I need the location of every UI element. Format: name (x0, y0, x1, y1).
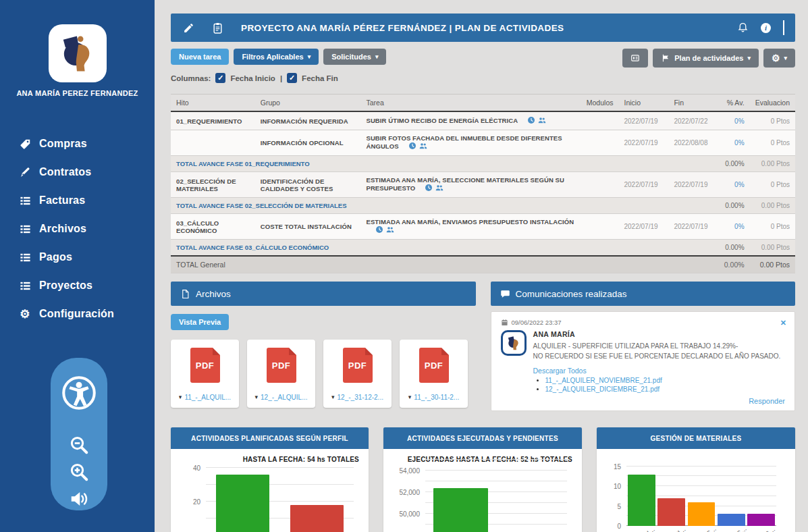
clock-icon[interactable] (408, 142, 416, 151)
y-tick-label: 5 (617, 502, 621, 510)
pdf-file-name[interactable]: 11_-_30-11-2... (414, 394, 459, 401)
sidebar-nav: ComprasContratosFacturasArchivosPagosPro… (0, 130, 155, 328)
total-avance: 0.00% (718, 256, 749, 273)
card-icon (630, 53, 640, 63)
download-all-link[interactable]: Descargar Todos (533, 367, 781, 375)
requests-button[interactable]: Solicitudes▾ (323, 49, 386, 65)
pdf-file-card[interactable]: PDF▾11_-_30-11-2... (400, 340, 468, 408)
pdf-file-card[interactable]: PDF▾11_-_ALQUIL... (171, 340, 239, 408)
chart-title: ACTIVIDADES PLANIFICADAS SEGÚN PERFIL (171, 427, 369, 449)
task-row: 02_SELECCIÓN DE MATERIALESIDENTIFICACIÓN… (171, 172, 795, 198)
users-icon[interactable] (435, 184, 443, 193)
col-grupo[interactable]: Grupo (255, 95, 361, 112)
col-hito[interactable]: Hito (171, 95, 255, 112)
cell-fin: 2022/07/22 (668, 111, 718, 130)
new-task-button[interactable]: Nueva tarea (171, 49, 229, 65)
sidebar-item-label: Facturas (39, 194, 85, 207)
page-title: PROYECTO ANA MARÍA PÉREZ FERNÁNDEZ | PLA… (241, 23, 564, 33)
edit-icon[interactable] (183, 22, 194, 34)
message-card: 09/06/2022 23:37 ✕ ANA MARÍA AL (491, 311, 796, 411)
bell-icon[interactable] (737, 21, 749, 35)
col-evaluacion[interactable]: Evaluacion (750, 95, 795, 112)
accessibility-icon[interactable] (61, 375, 97, 410)
bar-VALIDADAS (433, 488, 489, 532)
card-view-button[interactable] (622, 49, 648, 68)
user-name: ANA MARÍA PEREZ FERNANDEZ (0, 89, 155, 97)
plan-dropdown-button[interactable]: Plan de actividades▾ (653, 49, 759, 68)
sidebar-item-label: Contratos (39, 166, 91, 178)
total-label: TOTAL AVANCE FASE 02_SELECCIÓN DE MATERI… (171, 198, 718, 214)
zoom-in-icon[interactable] (69, 462, 89, 482)
message-author: ANA MARÍA (533, 330, 781, 338)
cell-modulos (581, 172, 619, 198)
col-inicio[interactable]: Inicio (618, 95, 668, 112)
sidebar-item-archivos[interactable]: Archivos (0, 215, 155, 243)
clock-icon[interactable] (375, 225, 383, 235)
col-avance[interactable]: % Av. (718, 95, 749, 112)
filters-button[interactable]: Filtros Aplicables▾ (234, 49, 319, 65)
settings-button[interactable]: ⚙▾ (763, 49, 795, 68)
clock-icon[interactable] (527, 116, 535, 126)
pdf-icon: PDF (190, 348, 220, 383)
caret-down-icon[interactable]: ▾ (179, 394, 182, 400)
caret-down-icon[interactable]: ▾ (408, 394, 412, 400)
pdf-file-name[interactable]: 11_-_ALQUIL... (184, 394, 231, 401)
sidebar-item-compras[interactable]: Compras (0, 130, 155, 158)
clipboard-icon[interactable] (212, 22, 223, 34)
message-text: ALQUILER - SUPERFICIE UTILIZADA PARA EL … (533, 341, 781, 361)
reply-link[interactable]: Responder (749, 397, 785, 405)
bar-QM - I... (628, 475, 655, 526)
users-icon[interactable] (419, 142, 427, 151)
phase-total-row: TOTAL AVANCE FASE 03_CÁLCULO ECONÓMICO0.… (171, 240, 795, 257)
activities-table: Hito Grupo Tarea Modulos Inicio Fin % Av… (171, 94, 795, 273)
col-fin[interactable]: Fin (668, 95, 718, 112)
col-modulos[interactable]: Modulos (581, 95, 619, 112)
sidebar-item-facturas[interactable]: Facturas (0, 186, 155, 215)
pdf-file-card[interactable]: PDF▾12_-_31-12-2... (323, 340, 392, 408)
y-tick-label: 20 (193, 498, 200, 506)
caret-down-icon[interactable]: ▾ (331, 394, 335, 400)
info-icon[interactable]: i (761, 23, 771, 33)
pdf-icon: PDF (343, 348, 373, 383)
sidebar-item-configuracion[interactable]: ⚙Configuración (0, 300, 155, 328)
users-icon[interactable] (538, 116, 546, 126)
pdf-icon: PDF (419, 348, 449, 383)
pdf-file-card[interactable]: PDF▾12_-_ALQUIL... (247, 340, 315, 408)
cell-evaluacion: 0 Ptos (750, 214, 795, 240)
cell-tarea: SUBIR FOTOS FACHADA DEL INMUEBLE DESDE D… (360, 130, 581, 156)
sidebar-item-contratos[interactable]: Contratos (0, 158, 155, 186)
archivos-title: Archivos (196, 289, 231, 299)
columns-label: Columnas: (171, 74, 211, 82)
fecha-inicio-checkbox[interactable] (215, 73, 225, 83)
chart-actividades-ejecutadas: ACTIVIDADES EJECUTADAS Y PENDIENTES EJEC… (383, 427, 582, 532)
pdf-icon: PDF (267, 348, 296, 383)
total-label: TOTAL General (171, 256, 718, 273)
pdf-file-name[interactable]: 12_-_ALQUIL... (261, 394, 307, 401)
preview-button[interactable]: Vista Previa (171, 314, 229, 330)
pdf-file-name[interactable]: 12_-_31-12-2... (338, 394, 383, 401)
sidebar-item-label: Archivos (39, 223, 86, 235)
message-date: 09/06/2022 23:37 (512, 319, 562, 326)
cell-hito: 02_SELECCIÓN DE MATERIALES (171, 172, 255, 198)
chart-actividades-planificadas: ACTIVIDADES PLANIFICADAS SEGÚN PERFIL HA… (171, 427, 369, 532)
sidebar-item-proyectos[interactable]: Proyectos (0, 271, 155, 300)
columns-toggle-bar: Columnas: Fecha Inicio | Fecha Fin (171, 73, 795, 83)
users-icon[interactable] (386, 225, 394, 235)
clock-icon[interactable] (425, 184, 433, 193)
cell-inicio: 2022/07/19 (618, 172, 668, 198)
cell-grupo: IDENTIFICACIÓN DE CALIDADES Y COSTES (255, 172, 361, 198)
bar-CO - IS... (718, 514, 745, 526)
attachment-link[interactable]: 11_-_ALQUILER_NOVIEMBRE_21.pdf (545, 377, 662, 384)
zoom-out-icon[interactable] (69, 435, 89, 455)
speaker-icon[interactable] (69, 489, 89, 509)
caret-down-icon[interactable]: ▾ (254, 394, 258, 400)
col-tarea[interactable]: Tarea (360, 95, 581, 112)
attachment-link[interactable]: 12_-_ALQUILER_DICIEMBRE_21.pdf (545, 385, 660, 393)
flag-icon (661, 53, 670, 63)
fecha-fin-checkbox[interactable] (287, 73, 297, 83)
cell-evaluacion: 0 Ptos (750, 172, 795, 198)
cell-grupo: INFORMACIÓN REQUERIDA (255, 111, 361, 130)
cell-grupo: INFORMACIÓN OPCIONAL (255, 130, 361, 156)
sidebar-item-pagos[interactable]: Pagos (0, 243, 155, 271)
close-icon[interactable]: ✕ (780, 319, 786, 327)
